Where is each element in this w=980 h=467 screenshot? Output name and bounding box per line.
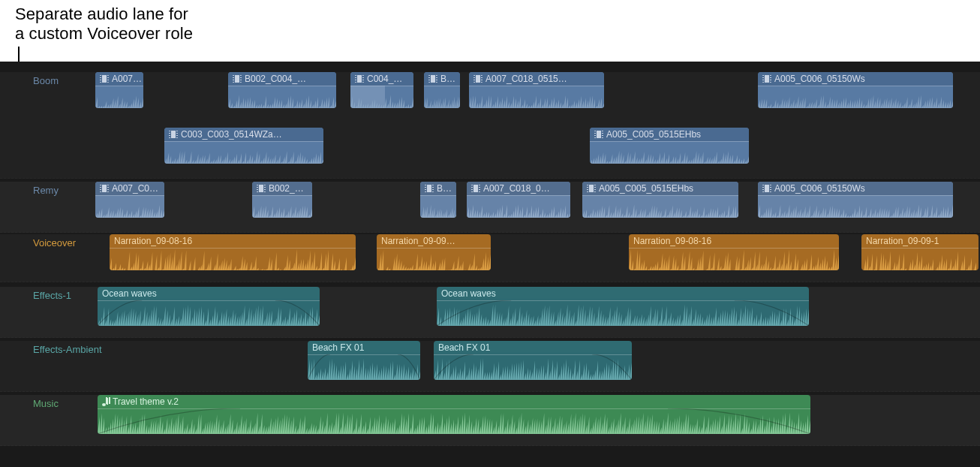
- clip-label: A007_C018_0…: [483, 182, 550, 195]
- lane-label-voiceover: Voiceover: [33, 237, 76, 249]
- clip-label: Ocean waves: [102, 287, 157, 300]
- lane-effects1[interactable]: Effects-1Ocean wavesOcean waves: [0, 287, 980, 338]
- clip-label: A005_C006_05150Ws: [774, 182, 865, 195]
- clip-label: Ocean waves: [441, 287, 496, 300]
- clip-boom-4[interactable]: A007_C018_0515…: [469, 72, 604, 108]
- clip-label: A007_C0…: [112, 182, 158, 195]
- audio-timeline[interactable]: BoomA007…B002_C004_…C004_…B…A007_C018_05…: [0, 62, 980, 467]
- clip-label: Narration_09-08-16: [114, 234, 192, 248]
- clip-label: A007…: [112, 72, 142, 86]
- clip-label: A005_C006_05150Ws: [774, 72, 865, 86]
- clip-label: A007_C018_0515…: [485, 72, 567, 86]
- clip-remy-0[interactable]: A007_C0…: [95, 182, 164, 218]
- film-icon: [169, 131, 178, 138]
- figure-caption: Separate audio lane for a custom Voiceov…: [0, 0, 980, 62]
- film-icon: [594, 131, 603, 138]
- film-icon: [428, 75, 437, 83]
- clip-label: A005_C005_0515EHbs: [606, 128, 701, 141]
- clip-label: B…: [437, 182, 452, 195]
- film-icon: [762, 185, 771, 192]
- clip-voiceover-2[interactable]: Narration_09-08-16: [629, 234, 839, 270]
- clip-boom-1[interactable]: B002_C004_…: [228, 72, 336, 108]
- clip-label: B002_C004_…: [245, 72, 306, 86]
- lane-label-music: Music: [33, 398, 59, 409]
- clip-remy-1[interactable]: B002_…: [252, 182, 312, 218]
- clip-label: C004_…: [367, 72, 402, 86]
- film-icon: [100, 185, 109, 192]
- film-icon: [257, 185, 266, 192]
- clip-label: B…: [440, 72, 455, 86]
- clip-boom-3[interactable]: B…: [424, 72, 460, 108]
- film-icon: [100, 75, 109, 83]
- clip-label: Narration_09-08-16: [633, 234, 711, 248]
- clip-remy-4[interactable]: A005_C005_0515EHbs: [582, 182, 738, 218]
- clip-label: Beach FX 01: [312, 341, 364, 354]
- clip-label: C003_C003_0514WZa…: [181, 128, 282, 141]
- film-icon: [425, 185, 434, 192]
- clip-boom-0[interactable]: A007…: [95, 72, 143, 108]
- clip-boom-2[interactable]: C004_…: [350, 72, 413, 108]
- caption-text: Separate audio lane for a custom Voiceov…: [15, 5, 255, 44]
- clip-voiceover-3[interactable]: Narration_09-09-1: [861, 234, 978, 270]
- clip-voiceover-0[interactable]: Narration_09-08-16: [110, 234, 356, 270]
- film-icon: [473, 75, 482, 83]
- clip-label: B002_…: [269, 182, 304, 195]
- lane-music[interactable]: MusicTravel theme v.2: [0, 395, 980, 446]
- clip-boom-5[interactable]: A005_C006_05150Ws: [758, 72, 953, 108]
- lane-label-effectsAmb: Effects-Ambient: [33, 344, 102, 355]
- clip-label: Beach FX 01: [438, 341, 490, 354]
- clip-effects1-1[interactable]: Ocean waves: [437, 287, 809, 326]
- clip-boom-7[interactable]: A005_C005_0515EHbs: [590, 128, 749, 164]
- lane-effectsAmb[interactable]: Effects-AmbientBeach FX 01Beach FX 01: [0, 341, 980, 392]
- clip-music-0[interactable]: Travel theme v.2: [98, 395, 810, 434]
- lane-remy[interactable]: RemyA007_C0…B002_…B…A007_C018_0…A005_C00…: [0, 182, 980, 233]
- clip-voiceover-1[interactable]: Narration_09-09…: [377, 234, 491, 270]
- clip-label: Narration_09-09-1: [866, 234, 939, 248]
- film-icon: [471, 185, 480, 192]
- clip-remy-3[interactable]: A007_C018_0…: [467, 182, 570, 218]
- clip-label: Travel theme v.2: [113, 395, 179, 408]
- clip-effects1-0[interactable]: Ocean waves: [98, 287, 320, 326]
- lane-label-boom: Boom: [33, 75, 59, 86]
- music-icon: [102, 398, 110, 406]
- clip-effectsAmb-0[interactable]: Beach FX 01: [308, 341, 420, 380]
- film-icon: [762, 75, 771, 83]
- lane-boom[interactable]: BoomA007…B002_C004_…C004_…B…A007_C018_05…: [0, 72, 980, 179]
- film-icon: [355, 75, 364, 83]
- caption-line-1: Separate audio lane for: [15, 5, 188, 23]
- clip-label: Narration_09-09…: [381, 234, 455, 248]
- clip-remy-2[interactable]: B…: [420, 182, 456, 218]
- film-icon: [233, 75, 242, 83]
- film-icon: [587, 185, 596, 192]
- caption-line-2: a custom Voiceover role: [15, 24, 193, 43]
- lane-voiceover[interactable]: VoiceoverNarration_09-08-16Narration_09-…: [0, 234, 980, 282]
- clip-boom-6[interactable]: C003_C003_0514WZa…: [164, 128, 323, 164]
- lane-label-effects1: Effects-1: [33, 290, 71, 301]
- lane-label-remy: Remy: [33, 185, 59, 196]
- clip-effectsAmb-1[interactable]: Beach FX 01: [434, 341, 632, 380]
- clip-label: A005_C005_0515EHbs: [599, 182, 693, 195]
- clip-remy-5[interactable]: A005_C006_05150Ws: [758, 182, 953, 218]
